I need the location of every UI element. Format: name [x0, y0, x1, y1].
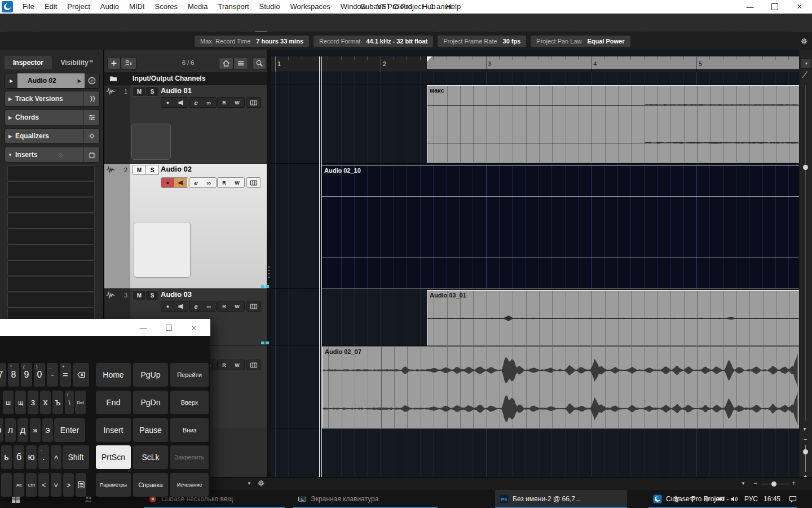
- channel-link-button[interactable]: ∞: [202, 178, 215, 187]
- record-enable-button[interactable]: ●: [161, 301, 174, 311]
- track-mute-button[interactable]: M: [133, 290, 146, 300]
- insert-slot[interactable]: [7, 213, 95, 229]
- osk-key-Pause[interactable]: Pause: [133, 418, 168, 442]
- menu-item-midi[interactable]: MIDI: [124, 0, 149, 14]
- insert-slot[interactable]: [7, 260, 95, 276]
- osk-key-chev-right[interactable]: >: [63, 473, 74, 497]
- insert-slot[interactable]: [7, 292, 95, 308]
- osk-key-х[interactable]: х: [40, 391, 51, 414]
- osk-key-chev-down[interactable]: >: [51, 473, 61, 497]
- edit-channel-icon[interactable]: e: [85, 73, 99, 88]
- action-center-icon[interactable]: [788, 494, 797, 503]
- menu-item-studio[interactable]: Studio: [254, 0, 285, 14]
- vzoom-minus[interactable]: −: [804, 436, 807, 443]
- edit-channel-button[interactable]: e: [189, 98, 202, 107]
- volume-icon[interactable]: [730, 494, 739, 503]
- track-row-audio-01[interactable]: 1MSAudio 01●e∞RW: [104, 85, 267, 164]
- insert-slot[interactable]: [7, 197, 95, 213]
- audio-event-audio03-01[interactable]: Audio 03_01: [427, 290, 799, 345]
- menu-item-file[interactable]: File: [17, 0, 39, 14]
- osk-key-э[interactable]: э: [42, 418, 53, 442]
- vscroll-thumb[interactable]: [803, 165, 808, 170]
- write-automation-button[interactable]: W: [231, 98, 244, 107]
- write-automation-button[interactable]: W: [231, 301, 244, 311]
- inspector-section-equalizers[interactable]: ▶Equalizers: [5, 128, 100, 144]
- osk-key-chev-up[interactable]: >: [51, 445, 61, 469]
- track-search-button[interactable]: [253, 57, 266, 69]
- clock[interactable]: 16:45: [764, 495, 780, 503]
- track-solo-button[interactable]: S: [145, 86, 159, 97]
- audio-event-audio02-10[interactable]: Audio 02_10: [322, 165, 799, 288]
- inspector-section-chords[interactable]: ▶Chords: [5, 110, 100, 125]
- osk-key-ь[interactable]: ь: [1, 445, 12, 469]
- monitor-button[interactable]: [174, 301, 187, 311]
- osk-title-bar[interactable]: — ×: [0, 319, 210, 336]
- hzoom-preset-dropdown[interactable]: ▼: [741, 481, 745, 486]
- osk-key-Shift[interactable]: Shift: [63, 445, 89, 469]
- osk-key-PgUp[interactable]: PgUp: [133, 363, 168, 387]
- edit-channel-button[interactable]: e: [189, 178, 202, 187]
- io-channels-track[interactable]: Input/Output Channels: [104, 72, 267, 85]
- track-filter-list-button[interactable]: [233, 57, 248, 69]
- info-pill-3[interactable]: Project Pan LawEqual Power: [531, 36, 630, 47]
- infoline-setup-gear-icon[interactable]: [800, 37, 809, 46]
- osk-key-kbd-menu[interactable]: [76, 473, 86, 497]
- tracklist-gear-icon[interactable]: [257, 479, 266, 488]
- osk-key-PgDn[interactable]: PgDn: [133, 391, 168, 414]
- read-automation-button[interactable]: R: [218, 360, 231, 370]
- track-home-button[interactable]: [219, 57, 233, 69]
- battery-icon[interactable]: [716, 494, 725, 503]
- info-pill-0[interactable]: Max. Record Time7 hours 33 mins: [195, 36, 309, 47]
- osk-key-Исчезание[interactable]: Исчезание: [170, 473, 209, 497]
- vertical-scrollbar[interactable]: [805, 85, 806, 421]
- osk-key-0[interactable]: 0): [34, 363, 45, 387]
- channel-strip-button[interactable]: [247, 360, 260, 370]
- language-indicator[interactable]: РУС: [744, 495, 758, 503]
- edit-channel-button[interactable]: e: [189, 301, 202, 311]
- osk-key-Insert[interactable]: Insert: [96, 418, 131, 442]
- tracklist-options-dropdown[interactable]: ▼: [247, 481, 251, 486]
- monitor-button[interactable]: [174, 178, 187, 187]
- taskbar-task-без-имени-2-66-7-[interactable]: PsБез имени-2 @ 66,7...: [495, 490, 627, 508]
- inspector-section-track-versions[interactable]: ▶Track Versions: [5, 91, 100, 107]
- osk-key-backspace[interactable]: [73, 363, 89, 387]
- osk-key-Перейти[interactable]: Перейти: [170, 363, 209, 387]
- menu-item-scores[interactable]: Scores: [150, 0, 183, 14]
- write-automation-button[interactable]: W: [231, 360, 244, 370]
- audio-event-maks[interactable]: макс: [427, 85, 799, 163]
- add-track-button[interactable]: [107, 57, 121, 69]
- inspector-section-inserts[interactable]: ▼Inserts◇: [5, 147, 100, 163]
- chords-icon[interactable]: [87, 113, 96, 122]
- locator-range[interactable]: [427, 56, 799, 69]
- write-automation-button[interactable]: W: [231, 178, 244, 187]
- record-enable-button[interactable]: ●: [161, 98, 174, 107]
- vzoom-thumb[interactable]: [803, 449, 808, 454]
- insert-slot[interactable]: [7, 165, 95, 181]
- track-mute-button[interactable]: M: [133, 165, 146, 175]
- menu-item-transport[interactable]: Transport: [213, 0, 254, 14]
- hzoom-minus[interactable]: −: [753, 479, 757, 487]
- close-button[interactable]: ×: [787, 0, 812, 14]
- osk-key-щ[interactable]: щ: [15, 391, 26, 414]
- osk-maximize-button[interactable]: [161, 319, 176, 336]
- track-solo-button[interactable]: S: [145, 290, 159, 300]
- menu-item-media[interactable]: Media: [183, 0, 213, 14]
- inspector-track-header[interactable]: ▶ Audio 02 ▶ e: [5, 73, 100, 89]
- channel-strip-button[interactable]: [247, 98, 260, 107]
- track-resize-handle[interactable]: [261, 341, 264, 344]
- osk-key-ю[interactable]: ю: [26, 445, 37, 469]
- track-resize-handle[interactable]: [261, 285, 264, 288]
- osk-key-9[interactable]: 9(: [21, 363, 32, 387]
- osk-key-ъ[interactable]: ъ: [52, 391, 63, 414]
- insert-slot[interactable]: [7, 229, 95, 244]
- osk-minimize-button[interactable]: —: [136, 319, 151, 336]
- diamond-tray-icon[interactable]: [703, 494, 712, 503]
- osk-key-Вниз[interactable]: Вниз: [170, 418, 209, 442]
- osk-key-Вверх[interactable]: Вверх: [170, 391, 209, 414]
- osk-key-Home[interactable]: Home: [96, 363, 131, 387]
- osk-key-ш[interactable]: ш: [3, 391, 14, 414]
- channel-strip-button[interactable]: [247, 178, 260, 187]
- track-resize-handle[interactable]: [266, 341, 269, 344]
- hzoom-plus[interactable]: +: [792, 479, 796, 487]
- record-enable-button[interactable]: ●: [161, 178, 174, 187]
